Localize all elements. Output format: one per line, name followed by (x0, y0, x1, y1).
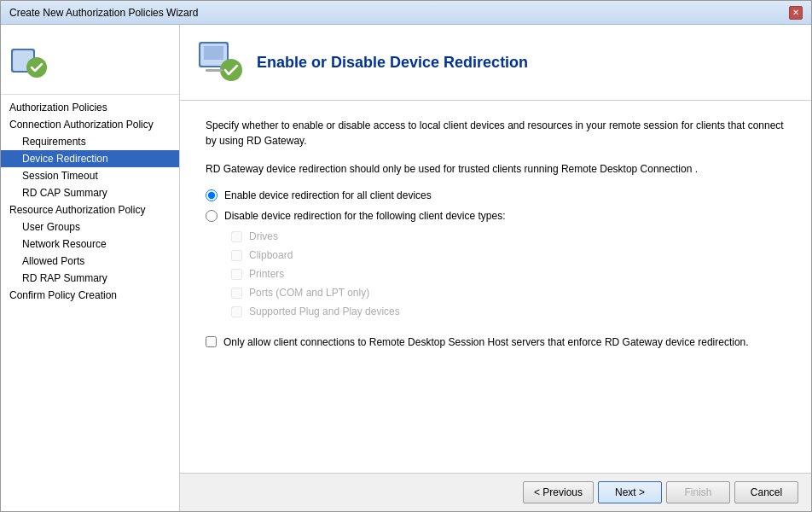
checkbox-plug-play: Supported Plug and Play devices (231, 305, 786, 317)
checkbox-plug-play-label: Supported Plug and Play devices (249, 305, 400, 317)
nav-item-rd-cap-summary[interactable]: RD CAP Summary (1, 184, 179, 201)
nav-item-auth-policies[interactable]: Authorization Policies (1, 99, 179, 116)
cancel-button[interactable]: Cancel (734, 481, 798, 503)
checkbox-drives: Drives (231, 230, 786, 242)
radio-disable-specific[interactable]: Disable device redirection for the follo… (206, 210, 786, 222)
left-nav-panel: Authorization PoliciesConnection Authori… (1, 25, 180, 511)
nav-item-confirm-policy[interactable]: Confirm Policy Creation (1, 287, 179, 304)
previous-button[interactable]: < Previous (523, 481, 594, 503)
footer-bar: < Previous Next > Finish Cancel (180, 473, 811, 511)
dialog-window: Create New Authorization Policies Wizard… (0, 0, 812, 512)
svg-point-2 (26, 57, 47, 78)
radio-enable-all-label[interactable]: Enable device redirection for all client… (224, 189, 432, 201)
page-title: Enable or Disable Device Redirection (257, 54, 528, 72)
only-allow-checkbox-input[interactable] (206, 336, 217, 347)
checkbox-clipboard-label: Clipboard (249, 249, 293, 261)
next-button[interactable]: Next > (598, 481, 662, 503)
checkbox-clipboard: Clipboard (231, 249, 786, 261)
finish-button[interactable]: Finish (666, 481, 730, 503)
nav-item-user-groups[interactable]: User Groups (1, 218, 179, 236)
title-bar: Create New Authorization Policies Wizard… (1, 1, 811, 25)
checkbox-printers-label: Printers (249, 268, 284, 280)
header-icon (197, 38, 244, 87)
checkbox-drives-input (231, 231, 242, 242)
nav-item-rd-rap-summary[interactable]: RD RAP Summary (1, 270, 179, 287)
checkbox-list: Drives Clipboard Printers Ports (COM and… (231, 230, 786, 317)
nav-item-allowed-ports[interactable]: Allowed Ports (1, 253, 179, 270)
content-area: Specify whether to enable or disable acc… (180, 101, 811, 473)
bottom-checkbox-container[interactable]: Only allow client connections to Remote … (206, 335, 786, 350)
nav-item-session-timeout[interactable]: Session Timeout (1, 167, 179, 184)
nav-item-device-redirection[interactable]: Device Redirection (1, 150, 179, 167)
nav-item-conn-auth-policy[interactable]: Connection Authorization Policy (1, 116, 179, 133)
header-area: Enable or Disable Device Redirection (180, 25, 811, 101)
radio-enable-all-input[interactable] (206, 189, 218, 201)
only-allow-checkbox-label[interactable]: Only allow client connections to Remote … (223, 335, 749, 350)
close-button[interactable]: ✕ (789, 6, 803, 20)
radio-disable-specific-label[interactable]: Disable device redirection for the follo… (224, 210, 506, 222)
wizard-icon (9, 42, 50, 85)
checkbox-ports-label: Ports (COM and LPT only) (249, 287, 369, 299)
checkbox-drives-label: Drives (249, 230, 278, 242)
nav-item-resource-auth-policy[interactable]: Resource Authorization Policy (1, 201, 179, 218)
checkbox-printers-input (231, 269, 242, 280)
nav-list: Authorization PoliciesConnection Authori… (1, 99, 179, 304)
checkbox-printers: Printers (231, 268, 786, 280)
radio-enable-all[interactable]: Enable device redirection for all client… (206, 189, 786, 201)
checkbox-clipboard-input (231, 250, 242, 261)
nav-item-requirements[interactable]: Requirements (1, 133, 179, 150)
checkbox-ports: Ports (COM and LPT only) (231, 287, 786, 299)
dialog-body: Authorization PoliciesConnection Authori… (1, 25, 811, 511)
description-2: RD Gateway device redirection should onl… (206, 161, 786, 177)
checkbox-plug-play-input (231, 306, 242, 317)
svg-rect-5 (204, 46, 223, 60)
title-bar-text: Create New Authorization Policies Wizard (9, 7, 198, 19)
svg-rect-7 (206, 69, 223, 72)
svg-point-6 (220, 59, 242, 81)
radio-disable-specific-input[interactable] (206, 210, 218, 222)
checkbox-ports-input (231, 288, 242, 299)
nav-item-network-resource[interactable]: Network Resource (1, 236, 179, 253)
right-content: Enable or Disable Device Redirection Spe… (180, 25, 811, 511)
description-1: Specify whether to enable or disable acc… (206, 118, 786, 148)
